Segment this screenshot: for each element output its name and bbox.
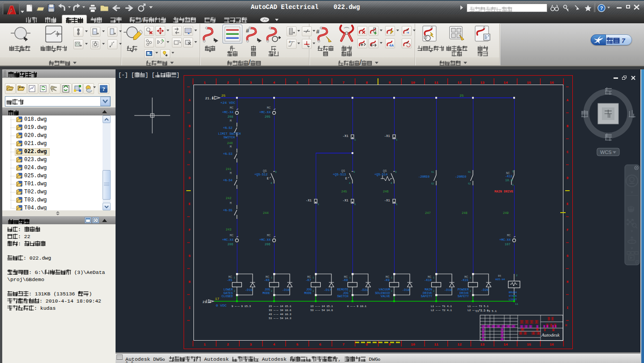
svg-text:#: #	[406, 41, 408, 45]
svg-text:#: #	[246, 27, 249, 34]
svg-text:-K6: -K6	[264, 278, 270, 282]
svg-text:LIMIT SWITCH: LIMIT SWITCH	[218, 132, 240, 136]
svg-text:-K8: -K8	[342, 278, 348, 282]
svg-text:243: 243	[226, 228, 232, 231]
svg-text:10: 10	[411, 342, 415, 346]
svg-text:1: 1	[396, 203, 398, 206]
svg-text:MC: MC	[230, 106, 233, 110]
svg-text:#: #	[289, 40, 291, 43]
svg-text:7: 7	[343, 81, 345, 85]
svg-text:-X1: -X1	[306, 199, 312, 202]
svg-text:LIGHT: LIGHT	[509, 298, 517, 301]
svg-text:17: 17	[215, 297, 219, 301]
svg-text:6: 6	[319, 81, 322, 85]
svg-text:16: 16	[550, 81, 554, 85]
svg-text:2: 2	[313, 290, 314, 293]
svg-text:+QS-S14: +QS-S14	[374, 173, 387, 176]
svg-text:H: H	[567, 280, 568, 284]
svg-text:3: 3	[250, 81, 252, 85]
svg-text:1: 1	[204, 342, 206, 346]
svg-text:+MC-X4: +MC-X4	[259, 238, 270, 242]
svg-text:Autodesk: Autodesk	[541, 332, 560, 337]
svg-text:2: 2	[349, 290, 351, 293]
svg-text:SAFETY: SAFETY	[458, 295, 469, 298]
svg-text:8 ~-~ 9 10.1: 8 ~-~ 9 10.1	[347, 305, 367, 308]
svg-text:21.8: 21.8	[202, 300, 211, 304]
svg-text:-K5: -K5	[227, 278, 232, 282]
svg-text:-X1: -X1	[384, 134, 390, 138]
svg-text:STACK: STACK	[509, 295, 517, 298]
svg-text:SWITCH: SWITCH	[223, 136, 235, 139]
svg-text:-D21: -D21	[361, 288, 368, 292]
svg-text:241: 241	[226, 167, 232, 171]
svg-text:9 ~-~ 9 15.3: 9 ~-~ 9 15.3	[232, 305, 251, 308]
svg-text:H05-H4: H05-H4	[495, 278, 505, 281]
svg-text:8: 8	[366, 81, 368, 85]
svg-text:QS: QS	[341, 169, 345, 173]
svg-text:33 ~-~ 34 10.6: 33 ~-~ 34 10.6	[269, 309, 292, 312]
svg-text:2: 2	[227, 342, 229, 346]
svg-text:-20RE0: -20RE0	[418, 175, 429, 179]
svg-text:G: G	[567, 254, 568, 258]
svg-text:2: 2	[227, 81, 229, 85]
svg-text:4: 4	[270, 182, 272, 185]
svg-text:2: 2	[234, 290, 235, 293]
svg-text:1: 1	[470, 277, 471, 279]
svg-text:-D18: -D18	[402, 288, 410, 292]
svg-text:6: 6	[319, 342, 322, 346]
svg-text:11: 11	[434, 342, 438, 346]
svg-text:-20RE0: -20RE0	[455, 175, 466, 179]
svg-text:15: 15	[527, 342, 531, 346]
svg-text:QS: QS	[383, 169, 386, 173]
svg-text:SWITCH: SWITCH	[337, 295, 348, 298]
svg-text:VALVE: VALVE	[381, 295, 390, 298]
svg-text:4: 4	[273, 81, 275, 85]
svg-text:248: 248	[462, 211, 468, 215]
svg-text:D: D	[189, 176, 190, 180]
svg-text:15: 15	[527, 81, 531, 85]
svg-text:C: C	[189, 150, 190, 154]
svg-text:SAFETY: SAFETY	[421, 295, 433, 298]
svg-text:G: G	[189, 254, 190, 258]
svg-text:1: 1	[313, 277, 314, 279]
svg-text:M: M	[230, 171, 232, 175]
svg-text:206: 206	[265, 243, 270, 246]
svg-text:+MC-X4: +MC-X4	[222, 238, 233, 242]
svg-text:MC: MC	[267, 106, 270, 110]
svg-text:1: 1	[396, 138, 398, 141]
svg-text:4: 4	[349, 182, 351, 185]
svg-text:3: 3	[395, 171, 397, 174]
svg-text:242: 242	[226, 196, 232, 200]
svg-text:208: 208	[228, 115, 233, 119]
svg-text:1: 1	[349, 277, 351, 279]
svg-text:2: 2	[470, 290, 471, 293]
svg-text:WCS: WCS	[600, 149, 612, 155]
svg-text:1: 1	[318, 203, 319, 206]
svg-text:+MC-X4: +MC-X4	[222, 111, 233, 114]
svg-text:-K15: -K15	[461, 278, 468, 282]
svg-text:E: E	[189, 202, 190, 206]
svg-text:L1 ~-~ T1 4.1: L1 ~-~ T1 4.1	[431, 305, 452, 308]
svg-text:53 ~-~ 54 14.6: 53 ~-~ 54 14.6	[310, 309, 333, 312]
svg-text:QS: QS	[263, 169, 266, 173]
svg-text:62: 62	[431, 183, 434, 185]
svg-text:MODE: MODE	[262, 291, 270, 295]
svg-text:1: 1	[271, 277, 272, 279]
svg-text:H: H	[189, 280, 190, 284]
svg-text:1: 1	[234, 277, 235, 279]
svg-text:-K10: -K10	[424, 278, 432, 282]
svg-text:25: 25	[221, 94, 226, 98]
svg-text:13: 13	[480, 342, 485, 346]
svg-text:3: 3	[353, 171, 355, 174]
svg-text:+N-S5: +N-S5	[223, 209, 232, 212]
svg-text:+N-S3: +N-S3	[223, 152, 232, 156]
svg-text:E: E	[267, 177, 269, 180]
svg-text:+N-S4: +N-S4	[223, 179, 232, 182]
svg-text:245: 245	[341, 190, 347, 193]
svg-text:-D16: -D16	[282, 288, 290, 292]
svg-text:11: 11	[434, 81, 438, 85]
svg-text:F: F	[189, 228, 190, 232]
svg-text:9: 9	[389, 81, 391, 85]
svg-text:205: 205	[265, 115, 270, 119]
svg-text:43 ~-~ 44 10.3: 43 ~-~ 44 10.3	[269, 313, 292, 316]
